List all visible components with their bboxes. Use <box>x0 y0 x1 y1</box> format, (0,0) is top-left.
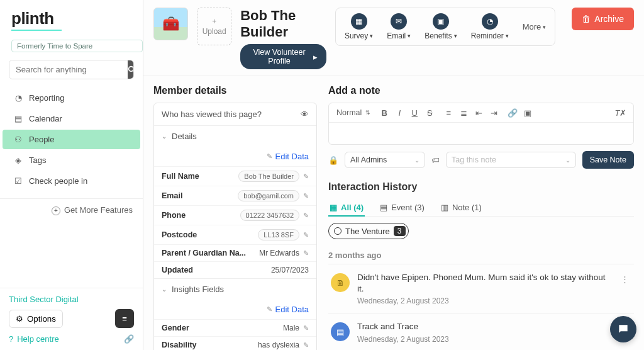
field-value: has dyslexia <box>258 341 299 349</box>
sidebar-item-people[interactable]: ⚇People <box>3 130 140 149</box>
more-action[interactable]: More▾ <box>523 22 547 31</box>
pencil-icon[interactable]: ✎ <box>303 231 309 239</box>
brand: plinth <box>0 0 143 35</box>
grid-icon: ▦ <box>330 203 337 212</box>
main: 🧰 + Upload Bob The Builder View Voluntee… <box>143 0 644 350</box>
sidebar-item-label: Reporting <box>29 93 64 103</box>
field-value: LL13 8SF <box>258 229 299 240</box>
tag-icon: ◈ <box>14 156 23 165</box>
check-icon: ☑ <box>14 177 23 186</box>
tab-all[interactable]: ▦All (4) <box>328 199 365 216</box>
svg-point-0 <box>129 67 134 72</box>
history-item[interactable]: 🗎 Didn't have Epipen. Phoned Mum. Mum sa… <box>328 264 634 313</box>
calendar-icon: ▤ <box>380 203 387 212</box>
history-item-text: Track and Trace <box>357 321 631 332</box>
history-title: Interaction History <box>328 181 634 193</box>
search-input[interactable] <box>9 60 128 79</box>
pencil-icon[interactable]: ✎ <box>303 172 309 181</box>
tab-event[interactable]: ▤Event (3) <box>379 199 426 216</box>
field-label: Postcode <box>162 230 197 239</box>
chevron-down-icon: ▾ <box>370 33 373 39</box>
help-link[interactable]: ?Help centre <box>9 334 59 344</box>
get-more-features[interactable]: +Get More Features <box>0 198 143 222</box>
list-ul-button[interactable]: ≣ <box>458 108 469 118</box>
edit-data-link[interactable]: ✎Edit Data <box>154 300 316 319</box>
view-profile-button[interactable]: View Volunteer Profile▸ <box>240 44 326 69</box>
visibility-select[interactable]: All Admins⌄ <box>345 152 425 168</box>
sidebar-item-tags[interactable]: ◈Tags <box>3 150 140 170</box>
email-action[interactable]: ✉Email▾ <box>387 13 411 40</box>
archive-button[interactable]: 🗑Archive <box>572 8 634 30</box>
lock-icon[interactable]: 🔒 <box>328 155 338 165</box>
updown-icon: ⇅ <box>365 110 370 116</box>
note-textarea[interactable] <box>329 123 633 144</box>
member-avatar[interactable]: 🧰 <box>153 8 188 40</box>
chart-icon: ◔ <box>14 94 23 103</box>
save-note-button[interactable]: Save Note <box>582 151 634 169</box>
insights-section-toggle[interactable]: ⌄Insights Fields <box>154 278 316 300</box>
field-value: Male <box>283 324 299 332</box>
org-name[interactable]: Third Sector Digital <box>9 295 134 304</box>
field-value: 25/07/2023 <box>271 266 309 274</box>
sidebar-item-calendar[interactable]: ▤Calendar <box>3 109 140 128</box>
bold-button[interactable]: B <box>379 108 389 118</box>
pencil-icon[interactable]: ✎ <box>303 192 309 200</box>
brand-tagline: Formerly Time to Spare <box>11 40 143 52</box>
chevron-down-icon: ⌄ <box>565 157 570 164</box>
field-label: Disability <box>162 341 197 349</box>
reminder-action[interactable]: ◔Reminder▾ <box>471 13 509 40</box>
history-item-date: Wednesday, 2 August 2023 <box>357 296 611 305</box>
indent-button[interactable]: ⇥ <box>489 108 499 118</box>
details-section-toggle[interactable]: ⌄Details <box>154 125 316 147</box>
sidebar-item-label: Calendar <box>29 114 62 123</box>
chat-bubble[interactable] <box>610 316 636 342</box>
outdent-button[interactable]: ⇤ <box>474 108 484 118</box>
item-menu-button[interactable]: ⋮ <box>618 272 631 286</box>
member-details-title: Member details <box>153 85 317 96</box>
field-label: Email <box>162 191 182 200</box>
italic-button[interactable]: I <box>394 108 404 118</box>
tab-note[interactable]: ▥Note (1) <box>440 199 483 216</box>
survey-action[interactable]: ▦Survey▾ <box>345 13 373 40</box>
pencil-icon[interactable]: ✎ <box>303 341 309 349</box>
upload-button[interactable]: + Upload <box>197 8 231 45</box>
options-button[interactable]: ⚙Options <box>9 310 63 328</box>
link-button[interactable]: 🔗 <box>508 108 518 118</box>
format-select[interactable]: Normal⇅ <box>336 108 370 117</box>
trash-icon: 🗑 <box>582 14 591 24</box>
search-button[interactable] <box>128 60 134 79</box>
eye-icon: 👁 <box>301 110 309 119</box>
pencil-icon[interactable]: ✎ <box>303 212 309 220</box>
pencil-icon[interactable]: ✎ <box>303 249 309 257</box>
tag-note-input[interactable]: Tag this note⌄ <box>446 152 576 168</box>
header: 🧰 + Upload Bob The Builder View Voluntee… <box>143 0 644 76</box>
field-label: Phone <box>162 211 186 220</box>
gear-icon: ⚙ <box>16 314 23 324</box>
field-value: bob@gamil.com <box>238 190 299 201</box>
sidebar-item-reporting[interactable]: ◔Reporting <box>3 88 140 108</box>
time-group: 2 months ago <box>328 251 634 260</box>
history-tabs: ▦All (4) ▤Event (3) ▥Note (1) <box>328 199 634 217</box>
svg-line-1 <box>133 71 134 72</box>
pencil-icon[interactable]: ✎ <box>303 324 309 332</box>
image-button[interactable]: ▣ <box>523 108 533 118</box>
density-toggle[interactable]: ≡ <box>115 309 134 328</box>
benefits-action[interactable]: ▣Benefits▾ <box>425 13 457 40</box>
filter-count: 3 <box>394 226 406 236</box>
doc-icon: ▥ <box>441 203 448 212</box>
pencil-icon: ✎ <box>267 305 272 313</box>
history-item[interactable]: ▤ Track and Trace Wednesday, 2 August 20… <box>328 313 634 350</box>
list-ol-button[interactable]: ≡ <box>443 108 453 118</box>
filter-chip[interactable]: The Venture 3 <box>328 223 409 239</box>
chevron-down-icon: ▾ <box>506 33 509 39</box>
clear-format-button[interactable]: T✗ <box>616 108 626 118</box>
underline-button[interactable]: U <box>409 108 419 118</box>
edit-data-link[interactable]: ✎Edit Data <box>154 147 316 166</box>
sidebar-item-checkin[interactable]: ☑Check people in <box>3 171 140 191</box>
mail-icon: ✉ <box>391 13 407 30</box>
search-bar[interactable] <box>9 60 134 79</box>
link-icon[interactable]: 🔗 <box>124 334 134 344</box>
strike-button[interactable]: S <box>425 108 435 118</box>
add-note-title: Add a note <box>328 85 634 96</box>
viewed-row[interactable]: Who has viewed this page? 👁 <box>154 103 316 125</box>
